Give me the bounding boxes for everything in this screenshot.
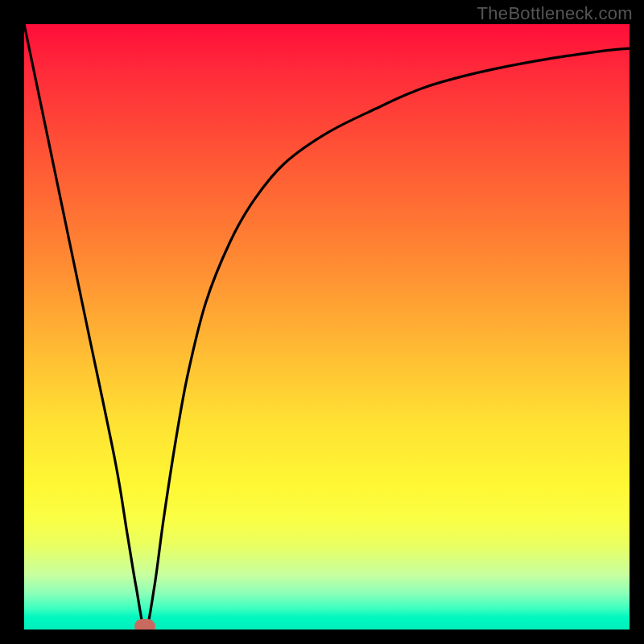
watermark-text: TheBottleneck.com [477,3,633,24]
minimum-marker [134,619,155,630]
plot-area [24,24,630,630]
bottleneck-curve [24,24,630,630]
curve-path [24,24,630,630]
chart-frame: TheBottleneck.com [0,0,644,644]
